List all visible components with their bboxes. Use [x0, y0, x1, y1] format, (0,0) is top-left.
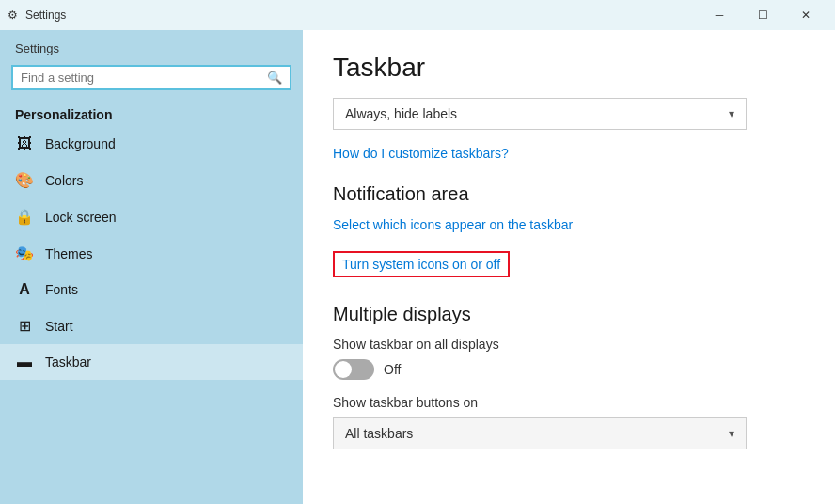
taskbar-buttons-arrow: ▾: [729, 427, 734, 440]
toggle-off-label: Off: [384, 362, 401, 377]
sidebar-label-colors: Colors: [45, 173, 83, 188]
show-taskbar-toggle-row: Off: [333, 359, 805, 380]
sidebar: Settings 🔍 Personalization 🖼 Background …: [0, 30, 303, 504]
search-input[interactable]: [21, 71, 267, 85]
themes-icon: 🎭: [15, 244, 34, 262]
sidebar-item-colors[interactable]: 🎨 Colors: [0, 162, 303, 198]
sidebar-label-taskbar: Taskbar: [45, 354, 91, 370]
sidebar-item-start[interactable]: ⊞ Start: [0, 307, 303, 344]
search-icon: 🔍: [267, 71, 282, 85]
app-title: Settings: [25, 8, 66, 22]
sidebar-label-fonts: Fonts: [45, 282, 78, 297]
notification-area-heading: Notification area: [333, 183, 805, 205]
sidebar-item-fonts[interactable]: A Fonts: [0, 272, 303, 307]
select-icons-link[interactable]: Select which icons appear on the taskbar: [333, 217, 573, 232]
taskbar-icon: ▬: [15, 354, 34, 370]
show-taskbar-label: Show taskbar on all displays: [333, 337, 805, 352]
sidebar-item-taskbar[interactable]: ▬ Taskbar: [0, 344, 303, 380]
labels-dropdown-row: Always, hide labels ▾: [333, 98, 805, 130]
sidebar-item-lock-screen[interactable]: 🔒 Lock screen: [0, 198, 303, 235]
labels-dropdown[interactable]: Always, hide labels ▾: [333, 98, 747, 130]
close-button[interactable]: ✕: [784, 0, 827, 30]
search-box[interactable]: 🔍: [11, 65, 291, 90]
show-taskbar-toggle[interactable]: [333, 359, 374, 380]
sidebar-label-lock-screen: Lock screen: [45, 210, 116, 225]
maximize-button[interactable]: ☐: [741, 0, 784, 30]
personalization-section-label: Personalization: [0, 100, 303, 126]
system-icons-link[interactable]: Turn system icons on or off: [333, 251, 510, 277]
colors-icon: 🎨: [15, 171, 34, 189]
labels-dropdown-arrow: ▾: [729, 107, 734, 120]
customize-taskbars-link[interactable]: How do I customize taskbars?: [333, 146, 509, 161]
title-bar: ⚙ Settings ─ ☐ ✕: [0, 0, 835, 30]
fonts-icon: A: [15, 281, 34, 298]
background-icon: 🖼: [15, 135, 34, 152]
labels-dropdown-value: Always, hide labels: [345, 106, 457, 121]
sidebar-item-background[interactable]: 🖼 Background: [0, 126, 303, 162]
settings-icon: ⚙: [8, 8, 18, 22]
multiple-displays-heading: Multiple displays: [333, 304, 805, 325]
sidebar-label-background: Background: [45, 136, 116, 151]
multiple-displays-section: Multiple displays Show taskbar on all di…: [333, 304, 805, 449]
start-icon: ⊞: [15, 317, 34, 335]
sidebar-app-title: Settings: [0, 30, 303, 59]
lock-screen-icon: 🔒: [15, 208, 34, 226]
sidebar-label-start: Start: [45, 319, 73, 334]
app-body: Settings 🔍 Personalization 🖼 Background …: [0, 30, 835, 504]
title-bar-left: ⚙ Settings: [8, 8, 66, 22]
sidebar-label-themes: Themes: [45, 246, 93, 261]
minimize-button[interactable]: ─: [698, 0, 741, 30]
page-title: Taskbar: [333, 53, 805, 83]
toggle-knob: [335, 361, 352, 378]
taskbar-buttons-dropdown[interactable]: All taskbars ▾: [333, 417, 747, 449]
title-bar-controls: ─ ☐ ✕: [698, 0, 827, 30]
sidebar-item-themes[interactable]: 🎭 Themes: [0, 235, 303, 272]
show-taskbar-buttons-label: Show taskbar buttons on: [333, 395, 805, 410]
taskbar-buttons-value: All taskbars: [345, 426, 413, 441]
main-content: Taskbar Always, hide labels ▾ How do I c…: [303, 30, 835, 504]
